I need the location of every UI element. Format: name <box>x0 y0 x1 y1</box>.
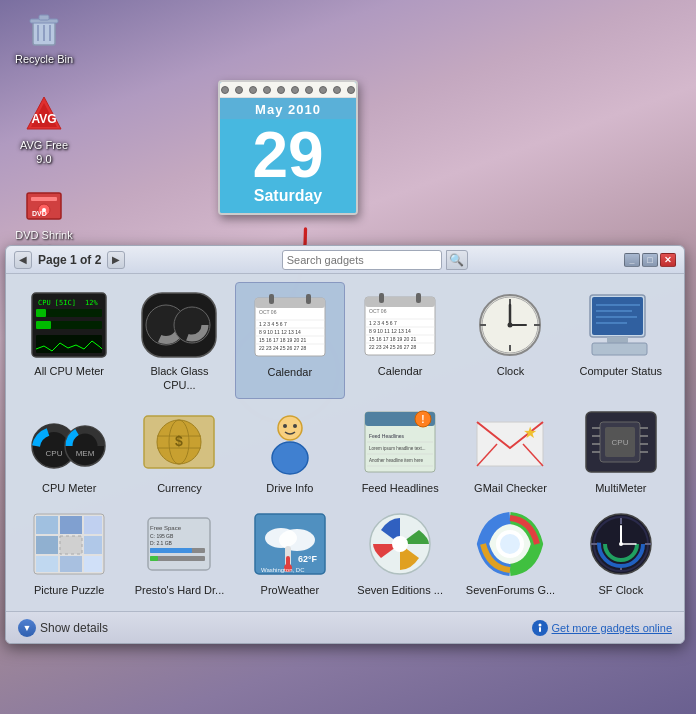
page-label: Page 1 of 2 <box>38 253 101 267</box>
svg-rect-119 <box>60 556 82 572</box>
computer-status-icon <box>581 290 661 360</box>
calendar-day: 29 <box>220 119 356 187</box>
feed-headlines-label: Feed Headlines <box>362 481 439 495</box>
svg-text:MEM: MEM <box>76 449 95 458</box>
show-details-button[interactable]: ▼ Show details <box>18 619 108 637</box>
calendar-selected-label: Calendar <box>268 365 313 379</box>
svg-rect-113 <box>60 516 82 534</box>
calendar2-icon: OCT 06 1 2 3 4 5 6 7 8 9 10 11 12 13 14 … <box>360 290 440 360</box>
search-input[interactable] <box>282 250 442 270</box>
nav-prev-button[interactable]: ◀ <box>14 251 32 269</box>
sf-clock-icon <box>581 509 661 579</box>
ring-10 <box>347 86 355 94</box>
gadget-calendar-selected[interactable]: OCT 06 1 2 3 4 5 6 7 8 9 10 11 12 13 14 … <box>235 282 345 399</box>
panel-footer: ▼ Show details Get more gadgets online <box>6 611 684 643</box>
gadget-sf-clock[interactable]: SF Clock <box>566 501 676 603</box>
panel-titlebar: ◀ Page 1 of 2 ▶ 🔍 _ □ ✕ <box>6 246 684 274</box>
gadget-calendar2[interactable]: OCT 06 1 2 3 4 5 6 7 8 9 10 11 12 13 14 … <box>345 282 455 399</box>
search-button[interactable]: 🔍 <box>446 250 468 270</box>
svg-text:$: $ <box>176 433 184 449</box>
currency-label: Currency <box>157 481 202 495</box>
svg-text:1 2 3 4 5 6 7: 1 2 3 4 5 6 7 <box>369 320 397 326</box>
svg-rect-29 <box>255 298 325 308</box>
maximize-button[interactable]: □ <box>642 253 658 267</box>
svg-text:DVD: DVD <box>32 210 47 217</box>
gadget-cpu-meter[interactable]: CPU MEM CPU Meter <box>14 399 124 501</box>
svg-point-152 <box>619 542 623 546</box>
svg-point-154 <box>538 623 541 626</box>
svg-text:Lorem ipsum headline text...: Lorem ipsum headline text... <box>369 446 426 451</box>
svg-text:62°F: 62°F <box>298 554 318 564</box>
black-glass-cpu-icon <box>139 290 219 360</box>
minimize-button[interactable]: _ <box>624 253 640 267</box>
nav-next-button[interactable]: ▶ <box>107 251 125 269</box>
prestos-hard-dr-icon: Free Space C: 195 GB D: 2.1 GB <box>139 509 219 579</box>
avg-free-image: AVG <box>24 94 64 134</box>
gadget-seven-editions[interactable]: Seven Editions ... <box>345 501 455 603</box>
ring-6 <box>291 86 299 94</box>
gadget-sevenforums-g[interactable]: SevenForums G... <box>455 501 565 603</box>
ring-7 <box>305 86 313 94</box>
svg-point-81 <box>278 416 302 440</box>
ring-4 <box>263 86 271 94</box>
svg-rect-10 <box>31 197 57 201</box>
cpu-meter-icon: CPU MEM <box>29 407 109 477</box>
ring-5 <box>277 86 285 94</box>
feed-headlines-icon: ! Feed Headlines Lorem ipsum headline te… <box>360 407 440 477</box>
svg-text:OCT 06: OCT 06 <box>369 308 387 314</box>
multimeter-icon: CPU <box>581 407 661 477</box>
calendar-selected-icon: OCT 06 1 2 3 4 5 6 7 8 9 10 11 12 13 14 … <box>250 291 330 361</box>
svg-text:Feed Headlines: Feed Headlines <box>369 433 405 439</box>
gmail-checker-icon: ★ <box>470 407 550 477</box>
svg-text:AVG: AVG <box>31 112 56 126</box>
clock-label: Clock <box>497 364 525 378</box>
gadget-clock[interactable]: Clock <box>455 282 565 399</box>
titlebar-controls: _ □ ✕ <box>624 253 676 267</box>
ring-1 <box>221 86 229 94</box>
clock-icon-gadget <box>470 290 550 360</box>
recycle-bin-label: Recycle Bin <box>15 52 73 66</box>
svg-rect-70 <box>592 343 647 355</box>
svg-rect-115 <box>36 536 58 554</box>
gadget-picture-puzzle[interactable]: Picture Puzzle <box>14 501 124 603</box>
gmail-checker-label: GMail Checker <box>474 481 547 495</box>
calendar-weekday: Saturday <box>220 187 356 213</box>
get-more-label: Get more gadgets online <box>552 622 672 634</box>
ring-8 <box>319 86 327 94</box>
svg-text:Another headline item here: Another headline item here <box>369 458 424 463</box>
svg-rect-19 <box>36 309 46 317</box>
gadget-currency[interactable]: $ Currency <box>124 399 234 501</box>
svg-rect-128 <box>150 556 158 561</box>
recycle-bin-icon[interactable]: Recycle Bin <box>8 4 80 70</box>
svg-text:22 23 24 25 26 27 28: 22 23 24 25 26 27 28 <box>259 345 306 351</box>
all-cpu-meter-label: All CPU Meter <box>34 364 104 378</box>
all-cpu-meter-icon: CPU [5IC] 12% <box>29 290 109 360</box>
gadget-computer-status[interactable]: Computer Status <box>566 282 676 399</box>
gadget-all-cpu-meter[interactable]: CPU [5IC] 12% All CPU Meter <box>14 282 124 399</box>
svg-text:★: ★ <box>523 424 537 441</box>
get-more-gadgets-link[interactable]: Get more gadgets online <box>532 620 672 636</box>
svg-text:C: 195 GB: C: 195 GB <box>150 533 174 539</box>
gadget-gmail-checker[interactable]: ★ GMail Checker <box>455 399 565 501</box>
svg-rect-22 <box>36 335 102 353</box>
gadget-proweather[interactable]: 62°F Washington, DC ProWeather <box>235 501 345 603</box>
svg-text:22 23 24 25 26 27 28: 22 23 24 25 26 27 28 <box>369 344 416 350</box>
svg-rect-120 <box>84 556 102 572</box>
dvd-shrink-image: DVD <box>24 184 64 224</box>
ring-3 <box>249 86 257 94</box>
gadget-feed-headlines[interactable]: ! Feed Headlines Lorem ipsum headline te… <box>345 399 455 501</box>
gadget-drive-info[interactable]: Drive Info <box>235 399 345 501</box>
gadget-black-glass-cpu[interactable]: Black Glass CPU... <box>124 282 234 399</box>
calendar-month: May 2010 <box>220 98 356 119</box>
gadget-prestos-hard-dr[interactable]: Free Space C: 195 GB D: 2.1 GB Presto's … <box>124 501 234 603</box>
calendar-top-rings <box>220 82 356 98</box>
avg-free-icon[interactable]: AVG AVG Free 9.0 <box>8 90 80 171</box>
svg-text:D: 2.1 GB: D: 2.1 GB <box>150 540 173 546</box>
close-button[interactable]: ✕ <box>660 253 676 267</box>
svg-point-138 <box>392 536 408 552</box>
sevenforums-g-label: SevenForums G... <box>466 583 555 597</box>
gadget-multimeter[interactable]: CPU MultiMeter <box>566 399 676 501</box>
svg-rect-64 <box>592 297 643 335</box>
svg-rect-155 <box>539 627 541 632</box>
svg-rect-43 <box>379 293 384 303</box>
